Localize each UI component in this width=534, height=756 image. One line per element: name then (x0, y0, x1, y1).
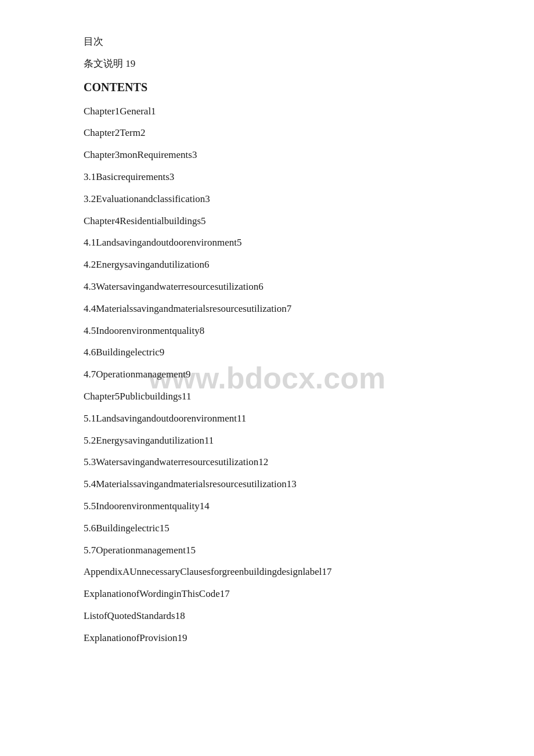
page-container: www.bdocx.com 目次条文说明 19CONTENTSChapter1G… (0, 0, 534, 756)
toc-line-section5-6: 5.6Buildingelectric15 (84, 521, 450, 535)
toc-line-section4-4: 4.4Materialssavingandmaterialsresourcesu… (84, 302, 450, 316)
toc-line-section5-1: 5.1Landsavingandoutdoorenvironment11 (84, 412, 450, 426)
toc-line-section3-2: 3.2Evaluationandclassification3 (84, 192, 450, 206)
toc-line-chinese-title: 目次 (84, 35, 450, 49)
toc-line-chapter3: Chapter3monRequirements3 (84, 148, 450, 162)
toc-line-section5-5: 5.5Indoorenvironmentquality14 (84, 499, 450, 513)
toc-line-section5-4: 5.4Materialssavingandmaterialsresourcesu… (84, 477, 450, 491)
toc-line-chapter5: Chapter5Publicbuildings11 (84, 390, 450, 404)
toc-line-chapter1: Chapter1General1 (84, 105, 450, 118)
toc-line-section4-3: 4.3Watersavingandwaterresourcesutilizati… (84, 280, 450, 294)
toc-line-contents-heading: CONTENTS (84, 79, 450, 95)
toc-line-explanation-wording: ExplanationofWordinginThisCode17 (84, 587, 450, 601)
toc-line-section4-5: 4.5Indoorenvironmentquality8 (84, 324, 450, 338)
toc-line-section5-3: 5.3Watersavingandwaterresourcesutilizati… (84, 455, 450, 469)
toc-line-explanation-provision: ExplanationofProvision19 (84, 631, 450, 645)
toc-line-clause-note: 条文说明 19 (84, 57, 450, 71)
toc-line-section3-1: 3.1Basicrequirements3 (84, 170, 450, 184)
toc-line-section4-1: 4.1Landsavingandoutdoorenvironment5 (84, 236, 450, 250)
toc-line-section5-2: 5.2Energysavingandutilization11 (84, 434, 450, 448)
toc-line-section4-7: 4.7Operationmanagement9 (84, 368, 450, 381)
toc-container: 目次条文说明 19CONTENTSChapter1General1Chapter… (84, 35, 450, 645)
toc-line-chapter2: Chapter2Term2 (84, 126, 450, 140)
toc-line-chapter4: Chapter4Residentialbuildings5 (84, 214, 450, 228)
toc-line-section5-7: 5.7Operationmanagement15 (84, 543, 450, 557)
toc-line-list-standards: ListofQuotedStandards18 (84, 609, 450, 623)
toc-line-section4-6: 4.6Buildingelectric9 (84, 345, 450, 359)
toc-line-section4-2: 4.2Energysavingandutilization6 (84, 258, 450, 272)
toc-line-appendixA: AppendixAUnnecessaryClausesforgreenbuild… (84, 565, 450, 579)
